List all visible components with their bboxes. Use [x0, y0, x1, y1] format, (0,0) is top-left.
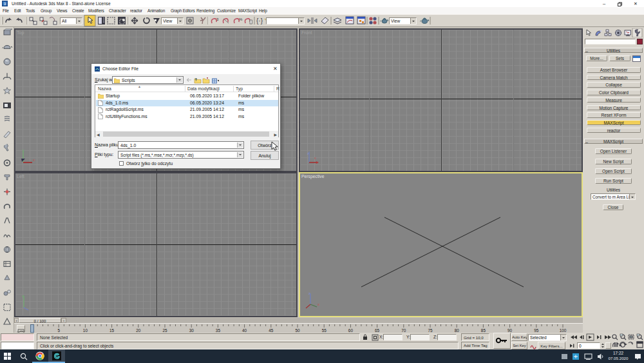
svg-text:90: 90	[507, 328, 513, 333]
svg-text:{·}: {·}	[256, 17, 263, 25]
svg-text:30: 30	[189, 328, 194, 333]
svg-text:x: x	[314, 156, 316, 160]
svg-text:z: z	[22, 294, 24, 298]
svg-text:Y: Y	[22, 149, 24, 153]
svg-text:45: 45	[269, 328, 274, 333]
svg-text:x: x	[317, 302, 319, 306]
svg-text:85: 85	[481, 328, 486, 333]
svg-text:5: 5	[57, 328, 60, 333]
svg-text:55: 55	[322, 328, 327, 333]
svg-text:x: x	[33, 158, 35, 162]
svg-text:60: 60	[348, 328, 354, 333]
svg-text:35: 35	[216, 328, 221, 333]
svg-text:z: z	[308, 291, 310, 295]
svg-text:50: 50	[295, 328, 300, 333]
svg-text:95: 95	[534, 328, 539, 333]
svg-text:65: 65	[375, 328, 380, 333]
svg-text:75: 75	[428, 328, 433, 333]
svg-text:100: 100	[560, 328, 567, 333]
svg-text:3: 3	[216, 17, 219, 21]
svg-text:80: 80	[455, 328, 460, 333]
svg-text:10: 10	[83, 328, 88, 333]
svg-text:z: z	[307, 152, 309, 155]
svg-text:70: 70	[401, 328, 406, 333]
svg-text:15: 15	[109, 328, 115, 333]
svg-text:20: 20	[136, 328, 141, 333]
svg-text:40: 40	[242, 328, 247, 333]
svg-text:%: %	[239, 17, 243, 21]
svg-text:25: 25	[162, 328, 167, 333]
